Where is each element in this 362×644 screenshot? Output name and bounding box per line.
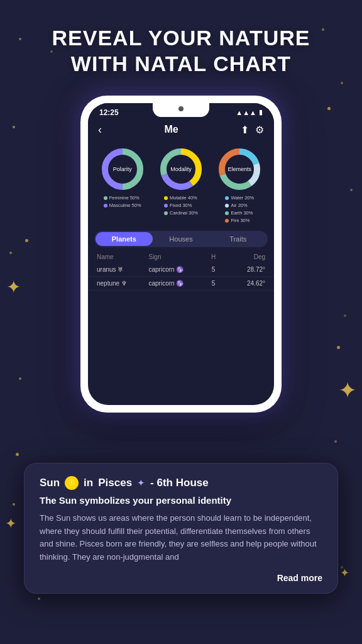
popup-preposition: in <box>84 477 93 489</box>
col-header-deg: Deg <box>226 253 265 260</box>
tab-planets[interactable]: Planets <box>96 232 153 246</box>
popup-title-row: Sun ☉ in Pisces ✦ - 6th House <box>40 476 322 490</box>
header-action-icons: ⬆ ⚙ <box>241 124 264 136</box>
status-icons: ▲▲▲ ▮ <box>236 108 263 116</box>
share-button[interactable]: ⬆ <box>241 124 249 136</box>
tab-houses[interactable]: Houses <box>153 232 210 246</box>
tabs-bar: Planets Houses Traits <box>94 231 268 247</box>
table-row: uranus ♅ capricorn ♑ 5 28.72° <box>88 263 274 277</box>
elements-chart: Elements Water 20% Air 20% Earth 30% Fir… <box>211 147 268 225</box>
tab-traits[interactable]: Traits <box>209 232 266 246</box>
phone-screen: 12:25 ▲▲▲ ▮ ‹ Me ⬆ ⚙ <box>88 103 274 405</box>
wifi-icon: ▲▲▲ <box>236 109 256 116</box>
popup-planet-icon: ☉ <box>65 476 79 490</box>
hero-title: REVEAL YOUR NATUREWITH NATAL CHART <box>19 25 343 77</box>
back-button[interactable]: ‹ <box>98 123 102 136</box>
app-header-title: Me <box>164 124 178 135</box>
col-header-h: H <box>200 253 226 260</box>
elements-label: Elements <box>228 166 252 172</box>
table-header-row: Name Sign H Deg <box>88 251 274 263</box>
modality-chart: Modality Mutable 40% Fixed 30% Cardinal … <box>153 147 209 225</box>
row1-sign: capricorn ♑ <box>148 266 200 273</box>
row1-h: 5 <box>200 266 226 273</box>
settings-button[interactable]: ⚙ <box>255 124 264 136</box>
battery-icon: ▮ <box>259 108 263 116</box>
row1-name: uranus ♅ <box>97 266 148 273</box>
col-header-name: Name <box>97 253 148 260</box>
popup-card: Sun ☉ in Pisces ✦ - 6th House The Sun sy… <box>24 463 338 594</box>
popup-body: The Sun shows us areas where the person … <box>40 512 322 564</box>
charts-section: Polarity Feminine 50% Masculine 50% <box>88 142 274 228</box>
row2-sign: capricorn ♑ <box>148 280 200 287</box>
modality-legend: Mutable 40% Fixed 30% Cardinal 30% <box>164 194 198 217</box>
elements-legend: Water 20% Air 20% Earth 30% Fire 30% <box>225 194 254 225</box>
row2-h: 5 <box>200 280 226 287</box>
popup-sign-icon: ✦ <box>137 477 145 489</box>
hero-title-section: REVEAL YOUR NATUREWITH NATAL CHART <box>0 0 362 89</box>
popup-sign: Pisces <box>98 477 132 489</box>
phone-camera <box>178 106 184 111</box>
app-header: ‹ Me ⬆ ⚙ <box>88 119 274 142</box>
polarity-legend: Feminine 50% Masculine 50% <box>104 194 141 209</box>
elements-donut: Elements <box>217 147 262 192</box>
modality-donut: Modality <box>158 147 204 192</box>
phone-mockup: 12:25 ▲▲▲ ▮ ‹ Me ⬆ ⚙ <box>0 96 362 413</box>
polarity-chart: Polarity Feminine 50% Masculine 50% <box>94 147 151 225</box>
popup-planet-name: Sun <box>40 477 60 489</box>
popup-house: - 6th House <box>150 477 209 489</box>
read-more-button[interactable]: Read more <box>40 573 322 583</box>
polarity-donut: Polarity <box>100 147 145 192</box>
row2-deg: 24.62° <box>226 280 265 287</box>
status-time: 12:25 <box>99 108 119 117</box>
polarity-label: Polarity <box>113 166 132 172</box>
popup-subtitle: The Sun symbolizes your personal identit… <box>40 495 322 506</box>
col-header-sign: Sign <box>148 253 200 260</box>
row2-name: neptune ♆ <box>97 280 148 287</box>
modality-label: Modality <box>170 166 192 172</box>
phone-frame: 12:25 ▲▲▲ ▮ ‹ Me ⬆ ⚙ <box>80 96 282 413</box>
table-row: neptune ♆ capricorn ♑ 5 24.62° <box>88 277 274 291</box>
row1-deg: 28.72° <box>226 266 265 273</box>
